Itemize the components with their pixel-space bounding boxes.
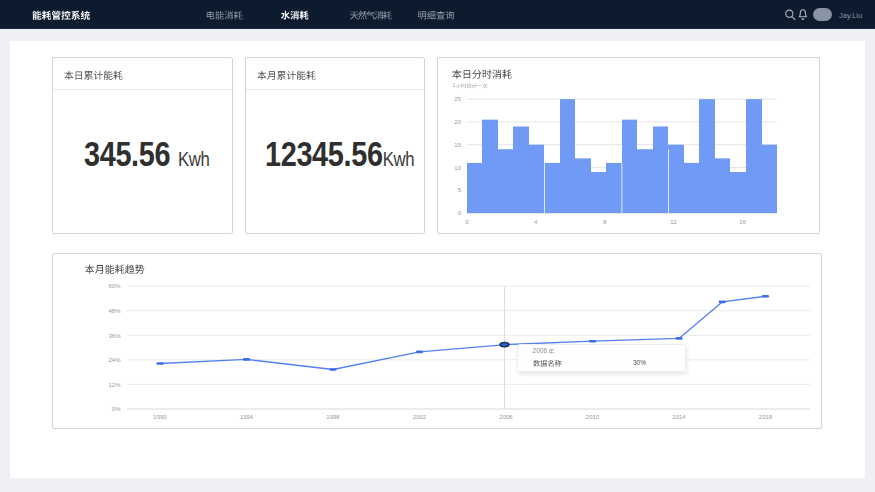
svg-text:20: 20 — [454, 119, 461, 125]
svg-text:0: 0 — [465, 219, 469, 225]
svg-text:36%: 36% — [108, 333, 121, 339]
svg-text:2006: 2006 — [499, 414, 513, 420]
svg-text:2002: 2002 — [413, 414, 427, 420]
svg-text:24%: 24% — [108, 357, 121, 363]
svg-text:0%: 0% — [112, 406, 121, 412]
svg-text:2010: 2010 — [586, 414, 600, 420]
svg-text:8: 8 — [603, 219, 607, 225]
svg-text:12: 12 — [670, 219, 677, 225]
svg-text:1990: 1990 — [153, 414, 167, 420]
svg-text:1994: 1994 — [240, 414, 254, 420]
svg-text:2014: 2014 — [672, 414, 686, 420]
svg-text:25: 25 — [454, 96, 461, 102]
svg-text:5: 5 — [458, 187, 462, 193]
svg-text:1998: 1998 — [326, 414, 340, 420]
svg-text:10: 10 — [454, 165, 461, 171]
svg-text:15: 15 — [454, 142, 461, 148]
svg-text:16: 16 — [739, 219, 746, 225]
svg-text:0: 0 — [458, 210, 462, 216]
svg-text:12%: 12% — [108, 382, 121, 388]
svg-text:48%: 48% — [108, 308, 121, 314]
svg-text:4: 4 — [534, 219, 538, 225]
svg-text:60%: 60% — [108, 283, 121, 289]
svg-text:2018: 2018 — [759, 414, 773, 420]
